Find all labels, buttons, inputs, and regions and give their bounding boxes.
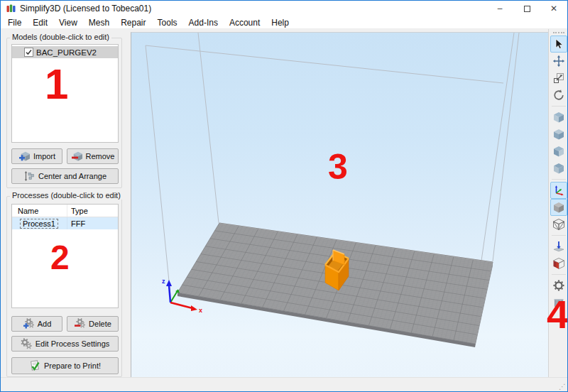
- wireframe-view-cube-tool[interactable]: [550, 216, 567, 233]
- solid-view-cube-tool[interactable]: [550, 199, 567, 216]
- delete-process-button[interactable]: Delete: [67, 316, 119, 332]
- model-name-label: BAC_PURGEV2: [36, 48, 97, 57]
- machine-settings-gear-icon: [552, 279, 565, 292]
- application-window: Simplify3D (Licensed to Tobeca01) – ✕ Fi…: [0, 0, 568, 392]
- processes-group-title: Processes (double-click to edit): [10, 191, 123, 200]
- scale-tool[interactable]: [550, 70, 567, 87]
- move-icon: [552, 55, 565, 67]
- annotation-3: 3: [328, 149, 348, 185]
- title-bar[interactable]: Simplify3D (Licensed to Tobeca01) – ✕: [1, 1, 567, 16]
- center-and-arrange-button[interactable]: Center and Arrange: [11, 168, 119, 184]
- z-axis-label: z: [162, 278, 165, 285]
- view-default-cube-tool[interactable]: [550, 109, 567, 126]
- toolbar-separator: [552, 235, 566, 236]
- toolbar-grip-handle[interactable]: [553, 32, 564, 34]
- wireframe-view-cube-icon: [552, 218, 565, 231]
- menu-help[interactable]: Help: [266, 16, 295, 29]
- solid-view-cube-icon: [552, 201, 565, 214]
- window-title: Simplify3D (Licensed to Tobeca01): [20, 4, 151, 13]
- view-side-cube-icon: [552, 162, 565, 175]
- maximize-button[interactable]: [513, 1, 540, 16]
- menu-addins[interactable]: Add-Ins: [183, 16, 224, 29]
- process-row[interactable]: Process1 FFF: [12, 217, 118, 229]
- close-button[interactable]: ✕: [540, 1, 567, 16]
- menu-bar: File Edit View Mesh Repair Tools Add-Ins…: [1, 16, 567, 29]
- menu-view[interactable]: View: [53, 16, 83, 29]
- select-arrow-icon: [552, 38, 565, 50]
- prepare-print-icon: [29, 360, 40, 371]
- app-logo-icon: [6, 4, 16, 13]
- model-list-item[interactable]: BAC_PURGEV2: [12, 46, 118, 58]
- annotation-1: 1: [45, 63, 68, 106]
- view-side-cube-tool[interactable]: [550, 160, 567, 177]
- menu-mesh[interactable]: Mesh: [83, 16, 115, 29]
- toolbar-separator: [552, 179, 566, 180]
- rotate-icon: [552, 89, 565, 102]
- cross-section-icon: [552, 257, 565, 270]
- import-button[interactable]: Import: [11, 148, 62, 164]
- show-axes-icon: [552, 184, 565, 197]
- process-name-cell[interactable]: Process1: [20, 219, 58, 229]
- scale-icon: [552, 72, 565, 85]
- view-front-cube-tool[interactable]: [550, 143, 567, 160]
- move-tool[interactable]: [550, 53, 567, 70]
- x-axis-label: x: [199, 307, 202, 314]
- view-top-cube-tool[interactable]: [550, 126, 567, 143]
- cube-minus-icon: [71, 151, 82, 162]
- prepare-to-print-button[interactable]: Prepare to Print!: [11, 357, 119, 374]
- toolbar-separator: [552, 106, 566, 107]
- toolbar-tools: [549, 36, 568, 311]
- menu-file[interactable]: File: [2, 16, 27, 29]
- center-arrange-icon: [23, 170, 35, 182]
- close-icon: ✕: [550, 4, 557, 13]
- processes-groupbox: Processes (double-click to edit) Name Ty…: [6, 196, 122, 377]
- status-bar: ⋰: [1, 377, 567, 392]
- minimize-icon: –: [498, 4, 503, 13]
- menu-repair[interactable]: Repair: [115, 16, 151, 29]
- resize-grip[interactable]: ⋰: [559, 383, 566, 391]
- remove-button[interactable]: Remove: [67, 148, 119, 164]
- column-header-name[interactable]: Name: [12, 205, 67, 217]
- view-top-cube-icon: [552, 128, 565, 141]
- process-type-cell: FFF: [67, 219, 85, 228]
- show-axes-tool[interactable]: [550, 182, 567, 199]
- cube-plus-icon: [18, 151, 30, 162]
- select-arrow-tool[interactable]: [550, 36, 567, 53]
- menu-account[interactable]: Account: [224, 16, 266, 29]
- minimize-button[interactable]: –: [486, 1, 513, 16]
- menu-edit[interactable]: Edit: [27, 16, 53, 29]
- gears-icon: [21, 338, 32, 349]
- edit-process-settings-button[interactable]: Edit Process Settings: [11, 336, 119, 352]
- maximize-icon: [524, 6, 530, 12]
- gear-minus-icon: [74, 318, 85, 330]
- support-structures-icon: [552, 240, 565, 253]
- support-structures-tool[interactable]: [550, 238, 567, 255]
- model-visibility-checkbox[interactable]: [24, 48, 33, 57]
- viewport-3d[interactable]: z x: [131, 32, 548, 377]
- processes-table-header: Name Type: [12, 205, 118, 217]
- view-front-cube-icon: [552, 145, 565, 158]
- view-default-cube-icon: [552, 111, 565, 124]
- menu-tools[interactable]: Tools: [152, 16, 183, 29]
- column-header-type[interactable]: Type: [67, 207, 88, 215]
- models-group-title: Models (double-click to edit): [10, 33, 111, 41]
- annotation-4: 4: [547, 295, 568, 334]
- gear-plus-icon: [23, 318, 34, 330]
- annotation-2: 2: [50, 241, 70, 275]
- add-process-button[interactable]: Add: [11, 316, 62, 332]
- toolbar-separator: [552, 274, 566, 275]
- rotate-tool[interactable]: [550, 87, 567, 104]
- cross-section-tool[interactable]: [550, 255, 567, 272]
- checkmark-icon: [25, 48, 33, 56]
